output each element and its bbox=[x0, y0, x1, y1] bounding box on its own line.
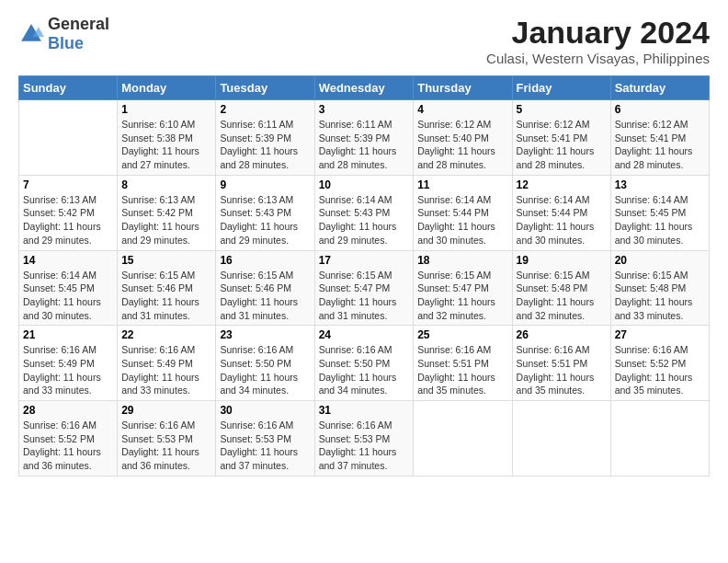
calendar-cell: 27Sunrise: 6:16 AM Sunset: 5:52 PM Dayli… bbox=[610, 326, 709, 401]
day-number: 22 bbox=[121, 328, 211, 341]
day-info: Sunrise: 6:12 AM Sunset: 5:41 PM Dayligh… bbox=[517, 118, 607, 172]
day-info: Sunrise: 6:14 AM Sunset: 5:43 PM Dayligh… bbox=[319, 193, 410, 247]
main-title: January 2024 bbox=[486, 15, 710, 51]
calendar-cell: 21Sunrise: 6:16 AM Sunset: 5:49 PM Dayli… bbox=[19, 326, 118, 401]
calendar-cell: 16Sunrise: 6:15 AM Sunset: 5:46 PM Dayli… bbox=[216, 250, 314, 326]
calendar-cell: 2Sunrise: 6:11 AM Sunset: 5:39 PM Daylig… bbox=[216, 100, 314, 176]
day-number: 28 bbox=[23, 404, 113, 417]
col-header-tuesday: Tuesday bbox=[216, 76, 314, 100]
logo-text-general: General bbox=[48, 15, 109, 33]
calendar-cell bbox=[610, 401, 709, 477]
day-number: 29 bbox=[121, 404, 211, 417]
calendar-cell: 30Sunrise: 6:16 AM Sunset: 5:53 PM Dayli… bbox=[216, 401, 314, 477]
day-number: 6 bbox=[615, 103, 705, 116]
day-number: 4 bbox=[417, 103, 507, 116]
day-number: 9 bbox=[220, 178, 310, 191]
calendar-cell bbox=[512, 401, 610, 477]
calendar-cell: 15Sunrise: 6:15 AM Sunset: 5:46 PM Dayli… bbox=[118, 250, 216, 326]
calendar-cell: 29Sunrise: 6:16 AM Sunset: 5:53 PM Dayli… bbox=[118, 401, 216, 477]
day-info: Sunrise: 6:16 AM Sunset: 5:50 PM Dayligh… bbox=[319, 343, 410, 397]
day-number: 2 bbox=[220, 103, 310, 116]
calendar-cell: 6Sunrise: 6:12 AM Sunset: 5:41 PM Daylig… bbox=[610, 100, 709, 176]
calendar-cell: 14Sunrise: 6:14 AM Sunset: 5:45 PM Dayli… bbox=[19, 250, 118, 326]
day-number: 20 bbox=[615, 254, 705, 267]
day-info: Sunrise: 6:16 AM Sunset: 5:52 PM Dayligh… bbox=[615, 343, 705, 397]
calendar-week-5: 28Sunrise: 6:16 AM Sunset: 5:52 PM Dayli… bbox=[19, 401, 710, 477]
day-info: Sunrise: 6:16 AM Sunset: 5:52 PM Dayligh… bbox=[23, 419, 113, 473]
calendar-cell: 18Sunrise: 6:15 AM Sunset: 5:47 PM Dayli… bbox=[414, 250, 512, 326]
calendar-cell: 8Sunrise: 6:13 AM Sunset: 5:42 PM Daylig… bbox=[118, 175, 216, 250]
day-number: 26 bbox=[517, 328, 607, 341]
day-info: Sunrise: 6:13 AM Sunset: 5:42 PM Dayligh… bbox=[23, 193, 113, 247]
day-info: Sunrise: 6:16 AM Sunset: 5:53 PM Dayligh… bbox=[319, 419, 410, 473]
calendar-cell: 25Sunrise: 6:16 AM Sunset: 5:51 PM Dayli… bbox=[414, 326, 512, 401]
day-info: Sunrise: 6:14 AM Sunset: 5:45 PM Dayligh… bbox=[23, 269, 113, 323]
calendar-cell: 23Sunrise: 6:16 AM Sunset: 5:50 PM Dayli… bbox=[216, 326, 314, 401]
day-info: Sunrise: 6:15 AM Sunset: 5:47 PM Dayligh… bbox=[417, 269, 507, 323]
day-number: 11 bbox=[417, 178, 507, 191]
logo-text-blue: Blue bbox=[48, 34, 84, 52]
day-number: 10 bbox=[319, 178, 410, 191]
day-info: Sunrise: 6:16 AM Sunset: 5:53 PM Dayligh… bbox=[121, 419, 211, 473]
day-info: Sunrise: 6:10 AM Sunset: 5:38 PM Dayligh… bbox=[121, 118, 211, 172]
col-header-thursday: Thursday bbox=[414, 76, 512, 100]
calendar-cell: 5Sunrise: 6:12 AM Sunset: 5:41 PM Daylig… bbox=[512, 100, 610, 176]
calendar-week-2: 7Sunrise: 6:13 AM Sunset: 5:42 PM Daylig… bbox=[19, 175, 710, 250]
calendar-header: SundayMondayTuesdayWednesdayThursdayFrid… bbox=[19, 76, 710, 100]
col-header-friday: Friday bbox=[512, 76, 610, 100]
day-info: Sunrise: 6:16 AM Sunset: 5:50 PM Dayligh… bbox=[220, 343, 310, 397]
logo-icon bbox=[18, 21, 44, 47]
calendar-cell: 13Sunrise: 6:14 AM Sunset: 5:45 PM Dayli… bbox=[610, 175, 709, 250]
day-number: 8 bbox=[121, 178, 211, 191]
day-number: 21 bbox=[23, 328, 113, 341]
day-number: 19 bbox=[517, 254, 607, 267]
day-number: 24 bbox=[319, 328, 410, 341]
day-info: Sunrise: 6:14 AM Sunset: 5:45 PM Dayligh… bbox=[615, 193, 705, 247]
day-number: 17 bbox=[319, 254, 410, 267]
day-number: 12 bbox=[517, 178, 607, 191]
calendar-cell bbox=[414, 401, 512, 477]
day-info: Sunrise: 6:11 AM Sunset: 5:39 PM Dayligh… bbox=[220, 118, 310, 172]
day-number: 5 bbox=[517, 103, 607, 116]
calendar-cell: 1Sunrise: 6:10 AM Sunset: 5:38 PM Daylig… bbox=[118, 100, 216, 176]
day-info: Sunrise: 6:13 AM Sunset: 5:42 PM Dayligh… bbox=[121, 193, 211, 247]
title-block: January 2024 Culasi, Western Visayas, Ph… bbox=[486, 15, 710, 66]
calendar-cell: 3Sunrise: 6:11 AM Sunset: 5:39 PM Daylig… bbox=[314, 100, 414, 176]
day-number: 31 bbox=[319, 404, 410, 417]
day-info: Sunrise: 6:16 AM Sunset: 5:51 PM Dayligh… bbox=[417, 343, 507, 397]
day-info: Sunrise: 6:15 AM Sunset: 5:47 PM Dayligh… bbox=[319, 269, 410, 323]
calendar-cell: 7Sunrise: 6:13 AM Sunset: 5:42 PM Daylig… bbox=[19, 175, 118, 250]
calendar-cell: 17Sunrise: 6:15 AM Sunset: 5:47 PM Dayli… bbox=[314, 250, 414, 326]
day-info: Sunrise: 6:15 AM Sunset: 5:46 PM Dayligh… bbox=[121, 269, 211, 323]
day-info: Sunrise: 6:15 AM Sunset: 5:46 PM Dayligh… bbox=[220, 269, 310, 323]
day-number: 30 bbox=[220, 404, 310, 417]
day-number: 1 bbox=[121, 103, 211, 116]
calendar-cell: 12Sunrise: 6:14 AM Sunset: 5:44 PM Dayli… bbox=[512, 175, 610, 250]
col-header-saturday: Saturday bbox=[610, 76, 709, 100]
calendar-cell: 11Sunrise: 6:14 AM Sunset: 5:44 PM Dayli… bbox=[414, 175, 512, 250]
day-number: 15 bbox=[121, 254, 211, 267]
day-number: 13 bbox=[615, 178, 705, 191]
day-info: Sunrise: 6:16 AM Sunset: 5:49 PM Dayligh… bbox=[23, 343, 113, 397]
day-number: 18 bbox=[417, 254, 507, 267]
day-number: 25 bbox=[417, 328, 507, 341]
calendar-cell bbox=[19, 100, 118, 176]
calendar-cell: 4Sunrise: 6:12 AM Sunset: 5:40 PM Daylig… bbox=[414, 100, 512, 176]
calendar-cell: 19Sunrise: 6:15 AM Sunset: 5:48 PM Dayli… bbox=[512, 250, 610, 326]
day-info: Sunrise: 6:14 AM Sunset: 5:44 PM Dayligh… bbox=[417, 193, 507, 247]
day-info: Sunrise: 6:16 AM Sunset: 5:51 PM Dayligh… bbox=[517, 343, 607, 397]
day-info: Sunrise: 6:16 AM Sunset: 5:49 PM Dayligh… bbox=[121, 343, 211, 397]
col-header-sunday: Sunday bbox=[19, 76, 118, 100]
calendar-cell: 10Sunrise: 6:14 AM Sunset: 5:43 PM Dayli… bbox=[314, 175, 414, 250]
calendar-cell: 20Sunrise: 6:15 AM Sunset: 5:48 PM Dayli… bbox=[610, 250, 709, 326]
day-info: Sunrise: 6:15 AM Sunset: 5:48 PM Dayligh… bbox=[615, 269, 705, 323]
day-number: 16 bbox=[220, 254, 310, 267]
day-info: Sunrise: 6:14 AM Sunset: 5:44 PM Dayligh… bbox=[517, 193, 607, 247]
day-number: 7 bbox=[23, 178, 113, 191]
calendar-cell: 26Sunrise: 6:16 AM Sunset: 5:51 PM Dayli… bbox=[512, 326, 610, 401]
calendar-cell: 24Sunrise: 6:16 AM Sunset: 5:50 PM Dayli… bbox=[314, 326, 414, 401]
calendar-table: SundayMondayTuesdayWednesdayThursdayFrid… bbox=[18, 75, 710, 477]
calendar-week-4: 21Sunrise: 6:16 AM Sunset: 5:49 PM Dayli… bbox=[19, 326, 710, 401]
calendar-cell: 31Sunrise: 6:16 AM Sunset: 5:53 PM Dayli… bbox=[314, 401, 414, 477]
day-info: Sunrise: 6:11 AM Sunset: 5:39 PM Dayligh… bbox=[319, 118, 410, 172]
